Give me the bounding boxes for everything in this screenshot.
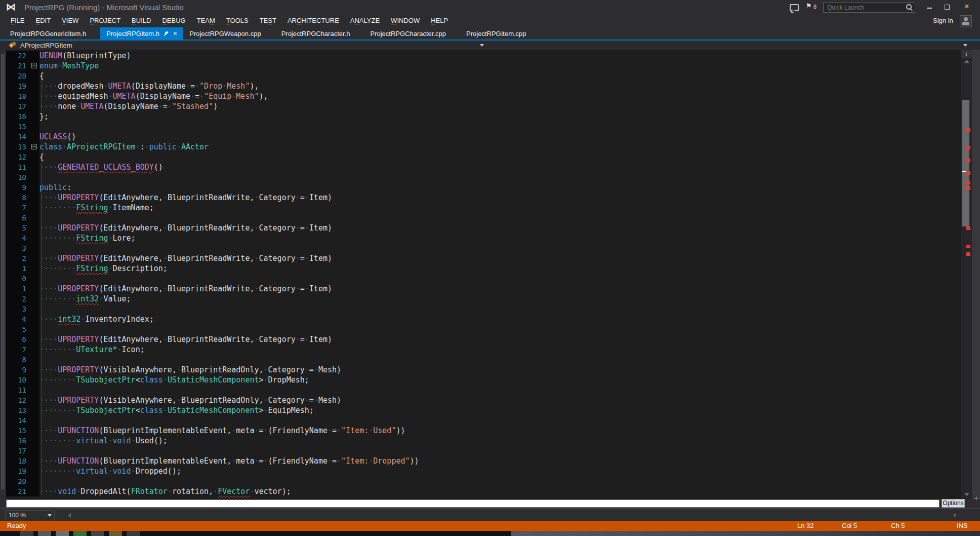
navigation-bar[interactable]: AProjectRPGItem (0, 41, 980, 50)
code-line[interactable]: 14UCLASS() (6, 132, 961, 142)
tab-projectrpgweapon.cpp[interactable]: ProjectRPGWeapon.cpp (183, 27, 267, 40)
tab-projectrpgcharacter.cpp[interactable]: ProjectRPGCharacter.cpp (364, 27, 452, 40)
minimize-button[interactable] (920, 0, 938, 13)
line-number[interactable]: 22 (6, 51, 29, 61)
code-line[interactable]: 18····equipedMesh·UMETA(DisplayName·=·"E… (6, 91, 961, 101)
line-number[interactable]: 18 (6, 456, 29, 466)
line-number[interactable]: 6 (6, 334, 29, 344)
line-number[interactable]: 3 (6, 243, 29, 253)
code-line[interactable]: 20{ (6, 71, 961, 81)
vertical-scrollbar[interactable]: ↕ (961, 50, 972, 499)
collapse-icon[interactable] (31, 144, 37, 149)
quick-launch-input[interactable] (826, 3, 904, 12)
code-line[interactable]: 13class·AProjectRPGItem·:·public·AActor (6, 142, 961, 152)
options-button[interactable]: Options (942, 499, 965, 508)
line-number[interactable]: 16 (6, 111, 29, 122)
code-line[interactable]: 20 (6, 476, 961, 486)
menu-item-help[interactable]: HELP (425, 14, 454, 27)
code-line[interactable]: 2········int32·Value; (6, 294, 961, 304)
collapse-icon[interactable] (31, 63, 37, 68)
menu-item-window[interactable]: WINDOW (385, 14, 425, 27)
taskbar-icon[interactable] (20, 531, 33, 536)
user-avatar-icon[interactable] (960, 15, 972, 27)
line-number[interactable]: 11 (6, 385, 29, 395)
line-number[interactable]: 17 (6, 101, 29, 111)
scroll-left-arrow[interactable] (68, 513, 71, 518)
code-line[interactable]: 4········FString·Lore; (6, 233, 961, 243)
line-number[interactable]: 18 (6, 91, 29, 101)
code-line[interactable]: 17····none·UMETA(DisplayName·=·"Stashed"… (6, 101, 961, 111)
code-line[interactable]: 13········TSubobjectPtr<class·UStaticMes… (6, 405, 961, 415)
code-line[interactable]: 9····UPROPERTY(VisibleAnywhere,·Blueprin… (6, 365, 961, 375)
menu-item-project[interactable]: PROJECT (84, 14, 126, 27)
tab-projectrpggenericitem.h[interactable]: ProjectRPGGenericItem.h (4, 27, 92, 40)
code-line[interactable]: 7········FString·ItemName; (6, 203, 961, 213)
code-line[interactable]: 6 (6, 213, 961, 223)
code-line[interactable]: 17 (6, 446, 961, 456)
line-number[interactable]: 21 (6, 61, 29, 71)
code-line[interactable]: 19····dropedMesh·UMETA(DisplayName·=·"Dr… (6, 81, 961, 91)
line-number[interactable]: 12 (6, 152, 29, 162)
resize-grip-icon[interactable] (974, 496, 978, 501)
code-line[interactable]: 14 (6, 415, 961, 426)
code-line[interactable]: 21····void·DroppedAlt(FRotator·rotation,… (6, 486, 961, 496)
sign-in-link[interactable]: Sign in (933, 17, 953, 24)
menu-item-analyze[interactable]: ANALYZE (345, 14, 385, 27)
code-line[interactable]: 10········TSubobjectPtr<class·UStaticMes… (6, 375, 961, 385)
code-line[interactable]: 1········FString·Description; (6, 263, 961, 274)
line-number[interactable]: 9 (6, 182, 29, 193)
scroll-right-arrow[interactable] (954, 513, 957, 518)
line-number[interactable]: 4 (6, 314, 29, 324)
code-line[interactable]: 11····GENERATED_UCLASS_BODY() (6, 162, 961, 172)
quick-launch-box[interactable] (823, 2, 915, 13)
code-line[interactable]: 16}; (6, 111, 961, 122)
find-input[interactable] (6, 500, 940, 508)
line-number[interactable]: 2 (6, 294, 29, 304)
scroll-up-arrow[interactable] (964, 60, 969, 63)
taskbar-icon[interactable] (56, 531, 69, 536)
scrollbar-thumb[interactable] (962, 100, 969, 226)
line-number[interactable]: 13 (6, 142, 29, 152)
line-number[interactable]: 16 (6, 436, 29, 446)
code-line[interactable]: 5····UPROPERTY(EditAnywhere,·BlueprintRe… (6, 223, 961, 233)
menu-item-build[interactable]: BUILD (126, 14, 156, 27)
chevron-down-icon[interactable] (963, 44, 967, 47)
code-line[interactable]: 1····UPROPERTY(EditAnywhere,·BlueprintRe… (6, 284, 961, 294)
feedback-icon[interactable] (790, 4, 799, 11)
line-number[interactable]: 20 (6, 71, 29, 81)
code-line[interactable]: 9public: (6, 182, 961, 193)
line-number[interactable]: 0 (6, 274, 29, 284)
restore-button[interactable] (938, 0, 957, 13)
code-line[interactable]: 7········UTexture*·Icon; (6, 344, 961, 355)
taskbar-icon[interactable] (91, 531, 104, 536)
line-number[interactable]: 7 (6, 344, 29, 355)
code-line[interactable]: 6····UPROPERTY(EditAnywhere,·BlueprintRe… (6, 334, 961, 344)
line-number[interactable]: 15 (6, 426, 29, 436)
tab-projectrpgitem.cpp[interactable]: ProjectRPGItem.cpp (460, 27, 533, 40)
menu-item-file[interactable]: FILE (5, 14, 30, 27)
code-line[interactable]: 21enum·MeshType (6, 61, 961, 71)
close-button[interactable]: × (958, 0, 976, 13)
code-line[interactable]: 16········virtual·void·Used(); (6, 436, 961, 446)
line-number[interactable]: 13 (6, 405, 29, 415)
breadcrumb[interactable]: AProjectRPGItem (20, 42, 72, 49)
menu-item-team[interactable]: TEAM (191, 14, 221, 27)
taskbar-icon[interactable] (73, 531, 87, 536)
menu-item-view[interactable]: VIEW (56, 14, 84, 27)
code-line[interactable]: 11 (6, 385, 961, 395)
code-line[interactable]: 18····UFUNCTION(BlueprintImplementableEv… (6, 456, 961, 466)
line-number[interactable]: 14 (6, 415, 29, 426)
code-line[interactable]: 8 (6, 355, 961, 365)
close-icon[interactable]: × (173, 30, 177, 37)
code-line[interactable]: 10 (6, 172, 961, 182)
code-line[interactable]: 19········virtual·void·Dropped(); (6, 466, 961, 476)
zoom-select[interactable]: 100 % (5, 510, 55, 520)
line-number[interactable]: 6 (6, 213, 29, 223)
line-number[interactable]: 4 (6, 233, 29, 243)
menu-item-tools[interactable]: TOOLS (221, 14, 254, 27)
line-number[interactable]: 10 (6, 375, 29, 385)
taskbar-icon[interactable] (38, 531, 51, 536)
taskbar-icon[interactable] (127, 531, 140, 536)
line-number[interactable]: 9 (6, 365, 29, 375)
line-number[interactable]: 19 (6, 81, 29, 91)
